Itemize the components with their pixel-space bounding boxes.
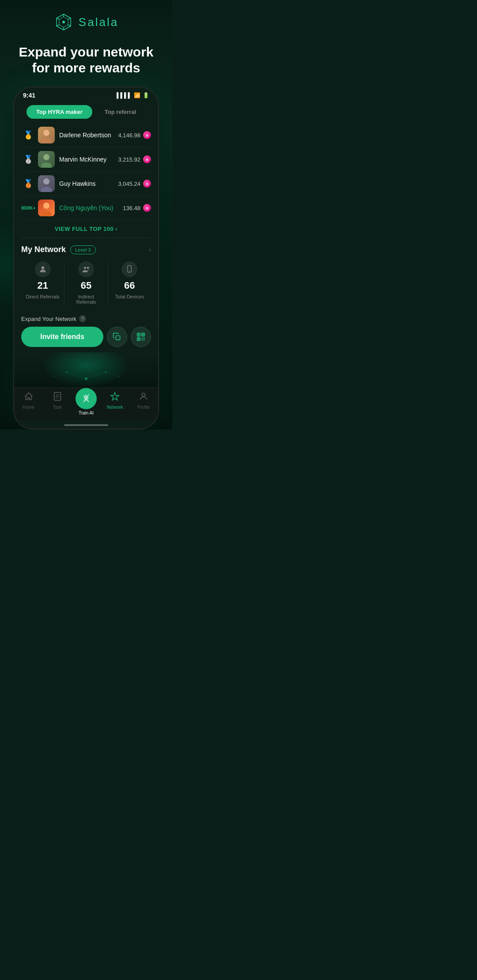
indirect-referrals-count: 65: [81, 280, 91, 291]
network-title: My Network: [21, 245, 66, 254]
svg-line-7: [57, 18, 59, 19]
bottom-nav: Home Task: [14, 388, 158, 421]
svg-line-41: [106, 372, 119, 377]
svg-point-14: [41, 187, 52, 192]
tab-top-hyra[interactable]: Top HYRA maker: [26, 105, 92, 119]
nav-profile[interactable]: Profile: [129, 392, 158, 415]
hero-title: Expand your network for more rewards: [0, 44, 172, 76]
total-devices-label: Total Devices: [115, 294, 144, 299]
rank-badge-2: 🥈: [21, 152, 35, 166]
svg-point-48: [142, 393, 145, 396]
copy-button[interactable]: [107, 327, 127, 347]
question-mark-icon[interactable]: ?: [79, 315, 86, 322]
svg-line-38: [67, 372, 86, 379]
nav-network[interactable]: Network: [101, 392, 129, 415]
chevron-right-icon: ›: [115, 226, 117, 232]
rank-num-you: 900K+: [21, 205, 35, 211]
svg-rect-28: [138, 338, 139, 339]
svg-line-6: [57, 25, 59, 26]
tab-row: Top HYRA maker Top referral: [14, 102, 158, 123]
svg-rect-31: [142, 339, 143, 341]
rank-badge-3: 🥉: [21, 177, 35, 191]
task-icon: [53, 392, 62, 403]
nav-task-label: Task: [53, 405, 62, 410]
network-visual: [14, 352, 158, 388]
svg-line-39: [86, 372, 106, 379]
invite-row: Invite friends: [21, 327, 151, 347]
view-top-100-button[interactable]: VIEW FULL TOP 100 ›: [14, 220, 158, 237]
coin-icon: [143, 204, 151, 212]
nav-task[interactable]: Task: [43, 392, 72, 415]
svg-point-36: [53, 376, 54, 377]
svg-rect-22: [116, 336, 120, 340]
expand-label: Expand Your Network ?: [21, 315, 151, 322]
avatar: [38, 200, 55, 216]
person-name: Darlene Robertson: [59, 132, 118, 139]
network-icon: [110, 392, 120, 403]
total-devices-count: 66: [124, 280, 135, 291]
direct-referrals-label: Direct Referrals: [26, 294, 59, 299]
total-devices-icon: [121, 261, 137, 277]
wifi-icon: 📶: [134, 92, 140, 98]
table-row: 🥇 Darlene Robertson 4,146.98: [21, 123, 151, 147]
score: 3,045.24: [118, 181, 140, 187]
chevron-right-icon: ›: [149, 246, 151, 254]
svg-point-15: [43, 203, 49, 209]
table-row: 🥉 Guy Hawkins 3,045.24: [21, 172, 151, 196]
svg-point-19: [87, 267, 89, 269]
svg-point-8: [62, 21, 65, 23]
stat-total-devices: 66 Total Devices: [108, 261, 151, 305]
svg-rect-32: [144, 339, 145, 341]
phone-screen: 9:41 ▌▌▌▌ 📶 🔋 Top HYRA maker Top referra…: [14, 87, 158, 429]
svg-rect-24: [138, 334, 139, 335]
svg-line-3: [68, 18, 71, 19]
svg-point-35: [105, 371, 106, 373]
status-bar: 9:41 ▌▌▌▌ 📶 🔋: [14, 87, 158, 102]
qr-code-icon: [136, 332, 145, 341]
invite-friends-button[interactable]: Invite friends: [21, 327, 103, 347]
header-area: Salala Expand your network for more rewa…: [0, 0, 172, 76]
person-name-you: Công Nguyên (You): [59, 204, 123, 211]
svg-point-9: [43, 130, 49, 136]
svg-point-16: [41, 211, 52, 216]
logo-row: Salala: [54, 12, 118, 32]
indirect-referrals-label: Indirect Referrals: [69, 294, 103, 305]
qr-code-button[interactable]: [131, 327, 151, 347]
home-indicator: [64, 424, 108, 426]
network-header: My Network Level 3 ›: [21, 245, 151, 254]
score-you: 136.48: [123, 205, 140, 211]
tab-top-referral[interactable]: Top referral: [95, 105, 146, 119]
svg-point-10: [41, 138, 52, 143]
expand-network-section: Expand Your Network ? Invite friends: [14, 315, 158, 352]
person-name: Marvin McKinney: [59, 156, 118, 163]
svg-line-40: [53, 372, 67, 377]
nav-home[interactable]: Home: [14, 392, 43, 415]
svg-point-12: [41, 162, 52, 168]
svg-point-17: [41, 266, 44, 269]
svg-point-13: [43, 178, 49, 185]
rank-badge-1: 🥇: [21, 128, 35, 142]
svg-rect-26: [142, 334, 144, 335]
coin-icon: [143, 155, 151, 163]
svg-point-21: [129, 271, 130, 271]
nav-train-ai[interactable]: Train AI: [72, 392, 100, 415]
network-dots-svg: [14, 352, 158, 388]
status-time: 9:41: [23, 92, 35, 99]
nav-network-label: Network: [107, 405, 123, 410]
nav-profile-label: Profile: [137, 405, 150, 410]
coin-icon: [143, 180, 151, 188]
profile-icon: [139, 392, 148, 403]
svg-point-33: [85, 377, 87, 380]
avatar: [38, 175, 55, 192]
avatar: [38, 127, 55, 143]
stat-indirect-referrals: 65 Indirect Referrals: [64, 261, 108, 305]
status-icons: ▌▌▌▌ 📶 🔋: [117, 92, 149, 98]
direct-referrals-count: 21: [37, 280, 48, 291]
table-row: 🥈 Marvin McKinney 3,215.92: [21, 147, 151, 172]
score: 3,215.92: [118, 156, 140, 163]
stat-direct-referrals: 21 Direct Referrals: [21, 261, 64, 305]
svg-point-34: [66, 371, 68, 373]
page-wrapper: Salala Expand your network for more rewa…: [0, 0, 172, 430]
leaderboard: 🥇 Darlene Robertson 4,146.98: [14, 123, 158, 220]
score: 4,146.98: [118, 132, 140, 139]
